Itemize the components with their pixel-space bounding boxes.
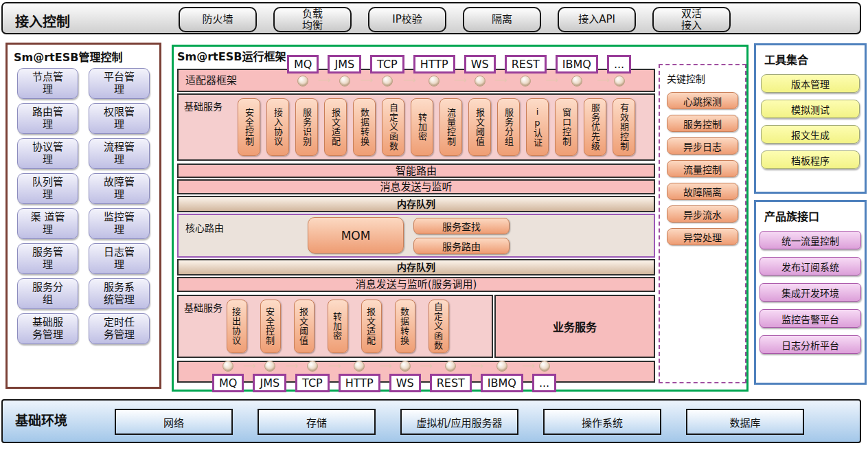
base-service-button[interactable]: 窗口控制 xyxy=(555,98,578,156)
management-button[interactable]: 流程管理 xyxy=(89,138,150,169)
protocol-node[interactable]: HTTP xyxy=(339,374,380,392)
environment-bar: 基础环境 网络存储虚拟机/应用服务器操作系统数据库 xyxy=(1,399,861,443)
access-control-button[interactable]: 防火墙 xyxy=(179,7,257,32)
product-family-button[interactable]: 监控告警平台 xyxy=(760,309,861,328)
tool-button[interactable]: 报文生成 xyxy=(761,125,860,144)
protocol-node[interactable]: REST xyxy=(505,55,547,74)
connector-dot-icon xyxy=(297,76,308,87)
protocol-node[interactable]: WS xyxy=(389,374,421,392)
environment-button[interactable]: 虚拟机/应用服务器 xyxy=(400,409,518,435)
base-service-button[interactable]: 接出协议 xyxy=(227,300,247,353)
environment-button[interactable]: 数据库 xyxy=(686,409,804,435)
management-button[interactable]: 协议管理 xyxy=(17,138,78,169)
protocol-node[interactable]: REST xyxy=(430,374,472,392)
base-and-business-row: 基础服务 接出协议安全控制报文阈值转加密报文适配数据转换自定义函数 业务服务 xyxy=(177,295,655,358)
base-service-button[interactable]: 自定义函数 xyxy=(429,300,449,353)
core-routing-button[interactable]: 服务路由 xyxy=(413,238,510,254)
management-button[interactable]: 基础服务管理 xyxy=(17,313,78,344)
base-service-button[interactable]: 报文适配 xyxy=(324,98,347,156)
key-control-button[interactable]: 服务控制 xyxy=(667,115,738,132)
core-routing-button[interactable]: 服务查找 xyxy=(413,218,510,234)
access-control-button[interactable]: 负载 均衡 xyxy=(273,7,352,32)
protocol-node[interactable]: ... xyxy=(607,55,631,74)
base-service-button[interactable]: 数据转换 xyxy=(353,98,376,156)
protocol-node[interactable]: MQ xyxy=(212,374,244,392)
access-control-button[interactable]: 双活 接入 xyxy=(652,7,731,32)
management-button[interactable]: 节点管理 xyxy=(17,68,78,99)
base-service-button[interactable]: 数据转换 xyxy=(395,300,415,353)
protocol-node[interactable]: MQ xyxy=(287,55,319,74)
management-button[interactable]: 定时任务管理 xyxy=(89,313,150,344)
environment-title: 基础环境 xyxy=(15,410,67,429)
key-control-button[interactable]: 流量控制 xyxy=(667,160,738,177)
key-control-button[interactable]: 异步日志 xyxy=(667,137,738,155)
tool-button[interactable]: 版本管理 xyxy=(761,74,860,93)
management-button[interactable]: 故障管理 xyxy=(89,173,150,204)
product-family-button[interactable]: 统一流量控制 xyxy=(760,231,861,249)
base-service-button[interactable]: 安全控制 xyxy=(238,98,260,156)
base-service-button[interactable]: 安全控制 xyxy=(260,300,281,353)
mom-button[interactable]: MOM xyxy=(308,217,404,254)
base-service-button[interactable]: 报文阈值 xyxy=(468,98,491,156)
management-button[interactable]: 队列管理 xyxy=(17,173,78,204)
base-service-button[interactable]: ip认证 xyxy=(526,98,549,156)
protocol-node[interactable]: TCP xyxy=(295,374,330,392)
management-button[interactable]: 监控管理 xyxy=(89,208,150,239)
base-service-button[interactable]: 服务优先级 xyxy=(584,98,606,156)
protocol-node[interactable]: JMS xyxy=(253,374,286,392)
environment-button[interactable]: 网络 xyxy=(115,409,233,435)
protocol-node[interactable]: JMS xyxy=(328,55,361,74)
management-button[interactable]: 路由管理 xyxy=(17,103,78,134)
base-services-bottom-items: 接出协议安全控制报文阈值转加密报文适配数据转换自定义函数 xyxy=(227,300,452,353)
key-control-button[interactable]: 心跳探测 xyxy=(667,92,738,109)
base-services-top-label: 基础服务 xyxy=(184,99,222,113)
base-service-button[interactable]: 转加密 xyxy=(328,300,348,353)
base-services-top-items: 安全控制接入协议服务识别报文适配数据转换自定义函数转加密流量控制报文阈值服务分组… xyxy=(238,98,650,156)
management-panel: Sm@rtESB管理控制 节点管理平台管理路由管理权限管理协议管理流程管理队列管… xyxy=(5,43,161,389)
key-control-button[interactable]: 异步流水 xyxy=(667,205,738,223)
management-button[interactable]: 服务分组 xyxy=(17,278,78,309)
environment-button[interactable]: 操作系统 xyxy=(543,409,661,435)
base-service-button[interactable]: 自定义函数 xyxy=(382,98,404,156)
product-family-button[interactable]: 发布订阅系统 xyxy=(760,257,861,275)
product-family-button[interactable]: 日志分析平台 xyxy=(760,335,861,354)
base-service-button[interactable]: 报文阈值 xyxy=(294,300,315,353)
key-control-panel: 关键控制 心跳探测服务控制异步日志流量控制故障隔离异步流水异常处理 xyxy=(659,64,746,383)
protocol-node[interactable]: ... xyxy=(532,374,556,392)
environment-button[interactable]: 存储 xyxy=(258,409,376,435)
runtime-layer-stack: 适配器框架 基础服务 安全控制接入协议服务识别报文适配数据转换自定义函数转加密流… xyxy=(177,69,655,383)
protocol-item: JMS xyxy=(328,55,361,87)
protocol-node[interactable]: WS xyxy=(464,55,496,74)
base-service-button[interactable]: 服务分组 xyxy=(497,98,520,156)
base-service-button[interactable]: 转加密 xyxy=(411,98,433,156)
base-service-button[interactable]: 报文适配 xyxy=(361,300,382,353)
management-button[interactable]: 渠 道管理 xyxy=(17,208,78,239)
access-control-button[interactable]: 隔离 xyxy=(463,7,541,32)
access-control-button[interactable]: IP校验 xyxy=(368,7,446,32)
protocol-item: REST xyxy=(505,55,547,87)
base-service-button[interactable]: 服务识别 xyxy=(295,98,318,156)
protocol-node[interactable]: IBMQ xyxy=(556,55,598,74)
protocol-node[interactable]: IBMQ xyxy=(481,374,523,392)
management-button[interactable]: 权限管理 xyxy=(89,103,150,134)
key-control-button[interactable]: 异常处理 xyxy=(667,228,738,245)
base-service-button[interactable]: 流量控制 xyxy=(439,98,462,156)
memory-queue-bar-2: 内存队列 xyxy=(177,259,655,275)
base-service-button[interactable]: 接入协议 xyxy=(266,98,289,156)
connector-dot-icon xyxy=(445,361,456,372)
tool-button[interactable]: 档板程序 xyxy=(761,150,860,169)
product-family-button[interactable]: 集成开发环境 xyxy=(760,283,861,302)
management-button[interactable]: 平台管理 xyxy=(89,68,150,99)
management-button[interactable]: 服务管理 xyxy=(17,243,78,274)
management-button[interactable]: 服务系统管理 xyxy=(89,278,150,309)
access-control-button[interactable]: 接入API xyxy=(558,7,636,32)
message-listen-call-bar: 消息发送与监听(服务调用) xyxy=(177,277,655,292)
protocol-node[interactable]: TCP xyxy=(370,55,404,74)
tools-buttons: 版本管理模拟测试报文生成档板程序 xyxy=(756,74,865,169)
management-button[interactable]: 日志管理 xyxy=(89,243,150,274)
protocol-node[interactable]: HTTP xyxy=(413,55,455,74)
base-service-button[interactable]: 有效期控制 xyxy=(613,98,635,156)
connector-dot-icon xyxy=(382,76,393,87)
key-control-button[interactable]: 故障隔离 xyxy=(667,183,738,200)
tool-button[interactable]: 模拟测试 xyxy=(761,100,860,118)
